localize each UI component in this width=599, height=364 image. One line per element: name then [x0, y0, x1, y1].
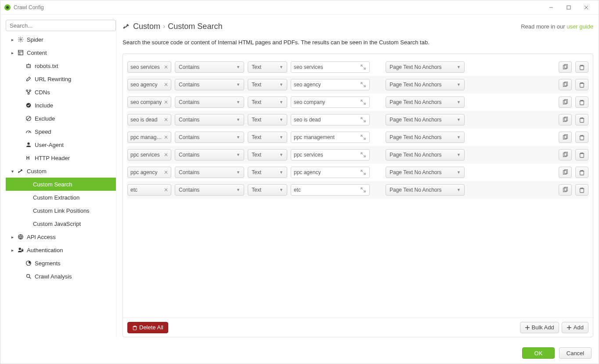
filter-dropdown[interactable]: Contains▼: [175, 79, 244, 90]
delete-button[interactable]: [575, 167, 588, 178]
clear-name-icon[interactable]: ✕: [164, 169, 168, 175]
delete-button[interactable]: [575, 79, 588, 90]
type-dropdown[interactable]: Text▼: [248, 167, 287, 178]
value-input[interactable]: [294, 187, 360, 193]
rule-name-tag[interactable]: ppc services✕: [127, 149, 171, 161]
value-input[interactable]: [294, 99, 360, 105]
expand-icon[interactable]: [360, 100, 367, 105]
value-input[interactable]: [294, 134, 360, 140]
source-dropdown[interactable]: Page Text No Anchors▼: [386, 167, 465, 178]
expand-icon[interactable]: [360, 82, 367, 87]
sidebar-item-robots-txt[interactable]: ▸robots.txt: [6, 59, 116, 72]
rule-name-tag[interactable]: seo agency✕: [127, 79, 171, 90]
expand-icon[interactable]: [360, 187, 367, 193]
source-dropdown[interactable]: Page Text No Anchors▼: [386, 79, 465, 90]
type-dropdown[interactable]: Text▼: [248, 149, 287, 161]
sidebar-item-crawl-analysis[interactable]: ▸Crawl Analysis: [6, 270, 116, 283]
clear-name-icon[interactable]: ✕: [164, 152, 168, 158]
sidebar-item-api-access[interactable]: ▸API Access: [6, 230, 116, 243]
value-input[interactable]: [294, 64, 360, 70]
close-button[interactable]: [577, 2, 595, 13]
filter-dropdown[interactable]: Contains▼: [175, 167, 244, 178]
sidebar-item-url-rewriting[interactable]: ▸URL Rewriting: [6, 72, 116, 86]
delete-button[interactable]: [575, 184, 588, 196]
duplicate-button[interactable]: [559, 132, 572, 143]
filter-dropdown[interactable]: Contains▼: [175, 96, 244, 108]
expand-icon[interactable]: [360, 135, 367, 140]
sidebar-item-cdns[interactable]: ▸CDNs: [6, 86, 116, 99]
source-dropdown[interactable]: Page Text No Anchors▼: [386, 149, 465, 161]
sidebar-item-authentication[interactable]: ▸Authentication: [6, 243, 116, 257]
duplicate-button[interactable]: [559, 184, 572, 196]
rule-name-tag[interactable]: ppc management✕: [127, 132, 171, 143]
rule-name-tag[interactable]: seo services✕: [127, 61, 171, 73]
rule-name-tag[interactable]: etc✕: [127, 184, 171, 196]
delete-button[interactable]: [575, 96, 588, 108]
duplicate-button[interactable]: [559, 149, 572, 161]
clear-name-icon[interactable]: ✕: [164, 82, 168, 88]
clear-name-icon[interactable]: ✕: [164, 117, 168, 123]
source-dropdown[interactable]: Page Text No Anchors▼: [386, 96, 465, 108]
value-input[interactable]: [294, 82, 360, 88]
clear-name-icon[interactable]: ✕: [164, 187, 168, 193]
duplicate-button[interactable]: [559, 114, 572, 125]
type-dropdown[interactable]: Text▼: [248, 96, 287, 108]
sidebar-search-input[interactable]: [6, 20, 116, 31]
sidebar-item-custom-link-positions[interactable]: ▸Custom Link Positions: [6, 204, 116, 217]
sidebar-item-custom-search[interactable]: ▸Custom Search: [6, 178, 116, 191]
expand-icon[interactable]: [360, 170, 367, 175]
type-dropdown[interactable]: Text▼: [248, 61, 287, 73]
filter-dropdown[interactable]: Contains▼: [175, 184, 244, 196]
rule-name-tag[interactable]: ppc agency✕: [127, 167, 171, 178]
sidebar-item-speed[interactable]: ▸Speed: [6, 125, 116, 138]
sidebar-item-custom-extraction[interactable]: ▸Custom Extraction: [6, 191, 116, 204]
value-input[interactable]: [294, 152, 360, 158]
bulk-add-button[interactable]: Bulk Add: [520, 322, 559, 333]
rule-name-tag[interactable]: seo is dead✕: [127, 114, 171, 125]
ok-button[interactable]: OK: [522, 347, 555, 359]
minimize-button[interactable]: [542, 2, 560, 13]
value-input[interactable]: [294, 117, 360, 123]
expand-icon[interactable]: [360, 152, 367, 157]
rule-name-tag[interactable]: seo company✕: [127, 96, 171, 108]
filter-dropdown[interactable]: Contains▼: [175, 114, 244, 125]
clear-name-icon[interactable]: ✕: [164, 64, 168, 70]
sidebar-item-include[interactable]: ▸Include: [6, 99, 116, 112]
clear-name-icon[interactable]: ✕: [164, 134, 168, 140]
sidebar-item-spider[interactable]: ▸Spider: [6, 33, 116, 46]
filter-dropdown[interactable]: Contains▼: [175, 61, 244, 73]
sidebar-item-content[interactable]: ▸Content: [6, 46, 116, 59]
user-guide-link[interactable]: user guide: [567, 23, 593, 30]
filter-dropdown[interactable]: Contains▼: [175, 149, 244, 161]
cancel-button[interactable]: Cancel: [559, 347, 592, 359]
delete-button[interactable]: [575, 132, 588, 143]
value-input[interactable]: [294, 169, 360, 175]
delete-all-button[interactable]: Delete All: [127, 322, 168, 333]
clear-name-icon[interactable]: ✕: [164, 99, 168, 105]
duplicate-button[interactable]: [559, 96, 572, 108]
source-dropdown[interactable]: Page Text No Anchors▼: [386, 132, 465, 143]
type-dropdown[interactable]: Text▼: [248, 132, 287, 143]
sidebar-item-custom-javascript[interactable]: ▸Custom JavaScript: [6, 217, 116, 230]
sidebar-item-custom[interactable]: ▾Custom: [6, 164, 116, 178]
duplicate-button[interactable]: [559, 167, 572, 178]
maximize-button[interactable]: [560, 2, 577, 13]
delete-button[interactable]: [575, 149, 588, 161]
source-dropdown[interactable]: Page Text No Anchors▼: [386, 184, 465, 196]
source-dropdown[interactable]: Page Text No Anchors▼: [386, 61, 465, 73]
type-dropdown[interactable]: Text▼: [248, 79, 287, 90]
sidebar-item-segments[interactable]: ▸Segments: [6, 257, 116, 270]
sidebar-item-user-agent[interactable]: ▸User-Agent: [6, 138, 116, 151]
type-dropdown[interactable]: Text▼: [248, 184, 287, 196]
duplicate-button[interactable]: [559, 61, 572, 73]
expand-icon[interactable]: [360, 117, 367, 122]
type-dropdown[interactable]: Text▼: [248, 114, 287, 125]
duplicate-button[interactable]: [559, 79, 572, 90]
delete-button[interactable]: [575, 114, 588, 125]
delete-button[interactable]: [575, 61, 588, 73]
sidebar-item-exclude[interactable]: ▸Exclude: [6, 112, 116, 125]
source-dropdown[interactable]: Page Text No Anchors▼: [386, 114, 465, 125]
expand-icon[interactable]: [360, 64, 367, 70]
filter-dropdown[interactable]: Contains▼: [175, 132, 244, 143]
sidebar-item-http-header[interactable]: ▸HHTTP Header: [6, 151, 116, 164]
